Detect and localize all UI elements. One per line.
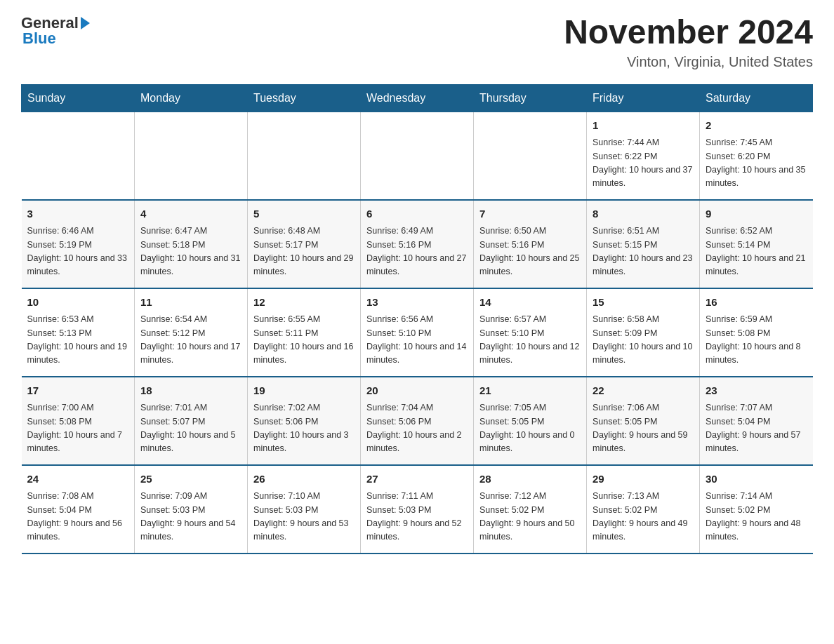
weekday-header-tuesday: Tuesday — [248, 84, 361, 112]
calendar-week-1: 1Sunrise: 7:44 AMSunset: 6:22 PMDaylight… — [22, 112, 813, 200]
day-number: 25 — [140, 471, 241, 488]
calendar-week-2: 3Sunrise: 6:46 AMSunset: 5:19 PMDaylight… — [22, 200, 813, 288]
calendar-cell: 15Sunrise: 6:58 AMSunset: 5:09 PMDayligh… — [587, 288, 700, 377]
calendar-cell: 29Sunrise: 7:13 AMSunset: 5:02 PMDayligh… — [587, 465, 700, 554]
calendar-cell: 12Sunrise: 6:55 AMSunset: 5:11 PMDayligh… — [248, 288, 361, 377]
day-number: 19 — [253, 383, 355, 399]
day-info: Sunrise: 6:47 AMSunset: 5:18 PMDaylight:… — [140, 224, 241, 279]
logo-arrow-icon — [81, 17, 90, 29]
day-info: Sunrise: 7:01 AMSunset: 5:07 PMDaylight:… — [140, 401, 241, 456]
calendar-cell — [135, 112, 248, 200]
calendar-cell: 8Sunrise: 6:51 AMSunset: 5:15 PMDaylight… — [587, 200, 700, 288]
calendar-cell: 18Sunrise: 7:01 AMSunset: 5:07 PMDayligh… — [135, 377, 248, 465]
day-number: 17 — [27, 383, 129, 399]
calendar-week-5: 24Sunrise: 7:08 AMSunset: 5:04 PMDayligh… — [22, 465, 813, 554]
day-info: Sunrise: 6:46 AMSunset: 5:19 PMDaylight:… — [27, 224, 129, 279]
calendar-cell — [22, 112, 135, 200]
calendar-cell — [361, 112, 474, 200]
calendar-cell: 9Sunrise: 6:52 AMSunset: 5:14 PMDaylight… — [700, 200, 813, 288]
day-info: Sunrise: 7:14 AMSunset: 5:02 PMDaylight:… — [706, 490, 807, 544]
calendar-cell: 22Sunrise: 7:06 AMSunset: 5:05 PMDayligh… — [587, 377, 700, 465]
calendar-cell: 20Sunrise: 7:04 AMSunset: 5:06 PMDayligh… — [361, 377, 474, 465]
weekday-header-monday: Monday — [135, 84, 248, 112]
calendar-cell: 14Sunrise: 6:57 AMSunset: 5:10 PMDayligh… — [474, 288, 587, 377]
calendar-cell — [248, 112, 361, 200]
calendar-cell: 5Sunrise: 6:48 AMSunset: 5:17 PMDaylight… — [248, 200, 361, 288]
calendar-body: 1Sunrise: 7:44 AMSunset: 6:22 PMDaylight… — [22, 112, 813, 554]
calendar-cell: 4Sunrise: 6:47 AMSunset: 5:18 PMDaylight… — [135, 200, 248, 288]
day-number: 28 — [479, 471, 581, 488]
calendar-week-3: 10Sunrise: 6:53 AMSunset: 5:13 PMDayligh… — [22, 288, 813, 377]
day-number: 18 — [140, 383, 241, 399]
day-number: 30 — [706, 471, 807, 488]
day-number: 10 — [27, 295, 129, 311]
calendar-cell: 25Sunrise: 7:09 AMSunset: 5:03 PMDayligh… — [135, 465, 248, 554]
calendar-cell — [474, 112, 587, 200]
day-info: Sunrise: 7:08 AMSunset: 5:04 PMDaylight:… — [27, 490, 129, 544]
weekday-header-friday: Friday — [587, 84, 700, 112]
day-number: 14 — [479, 295, 581, 311]
day-number: 11 — [140, 295, 241, 311]
weekday-header-wednesday: Wednesday — [361, 84, 474, 112]
calendar-cell: 24Sunrise: 7:08 AMSunset: 5:04 PMDayligh… — [22, 465, 135, 554]
month-title: November 2024 — [564, 14, 813, 51]
calendar-cell: 1Sunrise: 7:44 AMSunset: 6:22 PMDaylight… — [587, 112, 700, 200]
day-info: Sunrise: 6:48 AMSunset: 5:17 PMDaylight:… — [253, 224, 355, 279]
day-info: Sunrise: 6:49 AMSunset: 5:16 PMDaylight:… — [366, 224, 468, 279]
calendar-cell: 27Sunrise: 7:11 AMSunset: 5:03 PMDayligh… — [361, 465, 474, 554]
day-number: 13 — [366, 295, 468, 311]
day-number: 20 — [366, 383, 468, 399]
day-number: 3 — [27, 206, 129, 222]
day-info: Sunrise: 6:58 AMSunset: 5:09 PMDaylight:… — [593, 313, 694, 368]
header-row: SundayMondayTuesdayWednesdayThursdayFrid… — [22, 84, 813, 112]
day-number: 22 — [593, 383, 694, 399]
day-info: Sunrise: 6:52 AMSunset: 5:14 PMDaylight:… — [706, 224, 807, 279]
day-number: 5 — [253, 206, 355, 222]
day-info: Sunrise: 6:59 AMSunset: 5:08 PMDaylight:… — [706, 313, 807, 368]
weekday-header-sunday: Sunday — [22, 84, 135, 112]
day-number: 21 — [479, 383, 581, 399]
calendar-cell: 11Sunrise: 6:54 AMSunset: 5:12 PMDayligh… — [135, 288, 248, 377]
day-number: 9 — [706, 206, 807, 222]
day-info: Sunrise: 7:11 AMSunset: 5:03 PMDaylight:… — [366, 490, 468, 544]
day-info: Sunrise: 7:00 AMSunset: 5:08 PMDaylight:… — [27, 401, 129, 456]
day-info: Sunrise: 7:07 AMSunset: 5:04 PMDaylight:… — [706, 401, 807, 456]
day-number: 2 — [706, 118, 807, 134]
calendar-cell: 21Sunrise: 7:05 AMSunset: 5:05 PMDayligh… — [474, 377, 587, 465]
day-info: Sunrise: 7:04 AMSunset: 5:06 PMDaylight:… — [366, 401, 468, 456]
calendar-header: SundayMondayTuesdayWednesdayThursdayFrid… — [22, 84, 813, 112]
day-info: Sunrise: 7:44 AMSunset: 6:22 PMDaylight:… — [593, 136, 694, 191]
weekday-header-saturday: Saturday — [700, 84, 813, 112]
day-info: Sunrise: 7:09 AMSunset: 5:03 PMDaylight:… — [140, 490, 241, 544]
day-info: Sunrise: 6:50 AMSunset: 5:16 PMDaylight:… — [479, 224, 581, 279]
location-subtitle: Vinton, Virginia, United States — [564, 54, 813, 70]
day-number: 1 — [593, 118, 694, 134]
calendar-cell: 10Sunrise: 6:53 AMSunset: 5:13 PMDayligh… — [22, 288, 135, 377]
title-block: November 2024 Vinton, Virginia, United S… — [564, 14, 813, 70]
day-number: 4 — [140, 206, 241, 222]
calendar-table: SundayMondayTuesdayWednesdayThursdayFrid… — [21, 84, 813, 554]
calendar-cell: 23Sunrise: 7:07 AMSunset: 5:04 PMDayligh… — [700, 377, 813, 465]
calendar-cell: 6Sunrise: 6:49 AMSunset: 5:16 PMDaylight… — [361, 200, 474, 288]
day-info: Sunrise: 6:53 AMSunset: 5:13 PMDaylight:… — [27, 313, 129, 368]
day-info: Sunrise: 6:51 AMSunset: 5:15 PMDaylight:… — [593, 224, 694, 279]
calendar-cell: 26Sunrise: 7:10 AMSunset: 5:03 PMDayligh… — [248, 465, 361, 554]
day-number: 16 — [706, 295, 807, 311]
day-number: 8 — [593, 206, 694, 222]
day-number: 15 — [593, 295, 694, 311]
page-header: General Blue November 2024 Vinton, Virgi… — [21, 14, 813, 70]
day-number: 23 — [706, 383, 807, 399]
day-info: Sunrise: 7:13 AMSunset: 5:02 PMDaylight:… — [593, 490, 694, 544]
calendar-cell: 13Sunrise: 6:56 AMSunset: 5:10 PMDayligh… — [361, 288, 474, 377]
logo-blue-text: Blue — [21, 29, 56, 48]
day-info: Sunrise: 6:56 AMSunset: 5:10 PMDaylight:… — [366, 313, 468, 368]
day-info: Sunrise: 6:55 AMSunset: 5:11 PMDaylight:… — [253, 313, 355, 368]
calendar-cell: 3Sunrise: 6:46 AMSunset: 5:19 PMDaylight… — [22, 200, 135, 288]
calendar-cell: 19Sunrise: 7:02 AMSunset: 5:06 PMDayligh… — [248, 377, 361, 465]
calendar-cell: 2Sunrise: 7:45 AMSunset: 6:20 PMDaylight… — [700, 112, 813, 200]
day-info: Sunrise: 6:57 AMSunset: 5:10 PMDaylight:… — [479, 313, 581, 368]
day-number: 27 — [366, 471, 468, 488]
day-info: Sunrise: 7:10 AMSunset: 5:03 PMDaylight:… — [253, 490, 355, 544]
calendar-cell: 7Sunrise: 6:50 AMSunset: 5:16 PMDaylight… — [474, 200, 587, 288]
day-info: Sunrise: 6:54 AMSunset: 5:12 PMDaylight:… — [140, 313, 241, 368]
